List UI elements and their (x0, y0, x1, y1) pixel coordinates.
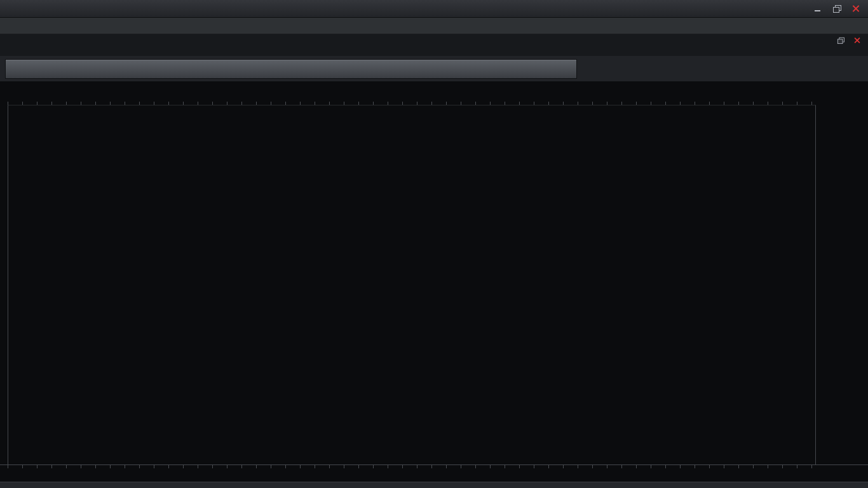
mdi-close-icon[interactable] (853, 37, 861, 44)
title-bar (0, 0, 868, 18)
restore-icon[interactable] (832, 4, 841, 13)
chart-region (0, 81, 868, 488)
toolbar-row (0, 56, 868, 81)
chart-plot[interactable] (8, 105, 816, 464)
price-axis[interactable] (816, 81, 868, 464)
window-controls (813, 4, 863, 13)
tab-strip (0, 34, 868, 56)
minimize-icon[interactable] (813, 4, 822, 13)
top-time-axis (0, 81, 816, 105)
bottom-time-axis[interactable] (0, 464, 868, 481)
mdi-restore-icon[interactable] (837, 37, 844, 44)
marketscope-window (0, 0, 868, 488)
close-icon[interactable] (851, 4, 860, 13)
chart-toolbar (5, 59, 577, 79)
candle-canvas[interactable] (8, 105, 199, 201)
menu-bar (0, 18, 868, 34)
mdi-window-controls (836, 36, 862, 44)
bottom-scrollbar[interactable] (0, 481, 868, 488)
